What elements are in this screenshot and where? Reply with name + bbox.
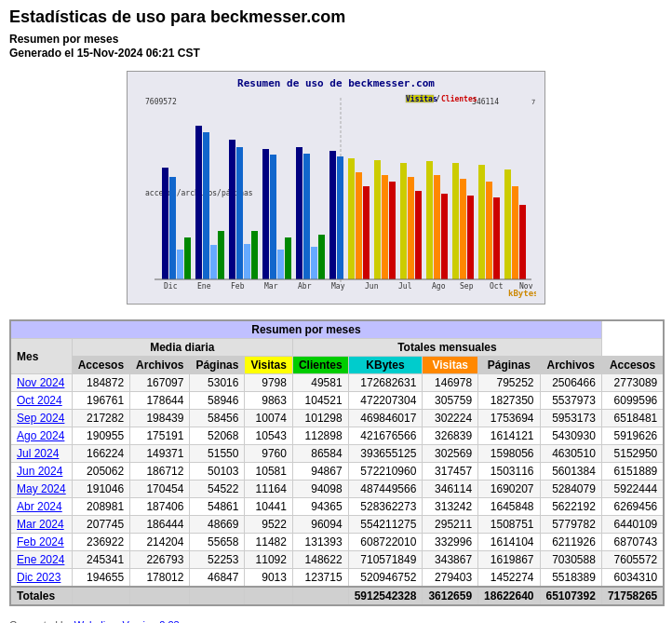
table-cell: 94867 <box>292 463 348 481</box>
table-row: Sep 202421728219843958456100741012984698… <box>10 410 664 427</box>
table-cell: 10441 <box>245 498 292 516</box>
table-cell: 5152950 <box>601 445 664 463</box>
col-archivos: Archivos <box>130 357 190 374</box>
table-cell: 94365 <box>292 498 348 516</box>
table-cell: 208981 <box>72 498 129 516</box>
svg-rect-12 <box>229 140 235 279</box>
table-cell: 170454 <box>130 481 190 498</box>
table-wrapper: Resumen por meses Mes Media diaria Total… <box>9 319 663 606</box>
svg-rect-44 <box>504 169 511 279</box>
table-cell: 49581 <box>292 374 348 392</box>
table-cell: 1645848 <box>478 498 540 516</box>
col-visitas2: Visitas <box>423 357 478 374</box>
table-cell: 94098 <box>292 481 348 498</box>
table-cell: 10074 <box>245 410 292 427</box>
svg-rect-40 <box>467 196 474 279</box>
table-cell: 393655125 <box>348 445 423 463</box>
svg-rect-6 <box>177 250 183 279</box>
month-link[interactable]: Jul 2024 <box>17 447 59 460</box>
month-link[interactable]: Oct 2024 <box>17 394 62 407</box>
svg-rect-4 <box>162 168 168 279</box>
table-cell: 305759 <box>423 392 478 410</box>
svg-rect-42 <box>486 182 492 279</box>
svg-rect-18 <box>277 250 284 279</box>
table-cell: 5779782 <box>540 516 601 534</box>
table-cell: 207745 <box>72 516 129 534</box>
svg-rect-8 <box>195 126 202 279</box>
table-cell: 5919626 <box>601 427 664 445</box>
table-cell: 236922 <box>72 534 129 551</box>
table-cell: 96094 <box>292 516 348 534</box>
table-cell: 187406 <box>130 498 190 516</box>
svg-rect-30 <box>382 175 388 279</box>
month-link[interactable]: Nov 2024 <box>17 376 64 389</box>
svg-rect-33 <box>408 177 414 279</box>
month-link[interactable]: Mar 2024 <box>17 518 64 531</box>
svg-rect-27 <box>356 172 362 279</box>
table-cell: 469846017 <box>348 410 423 427</box>
svg-rect-26 <box>348 158 355 279</box>
table-cell: 295211 <box>423 516 478 534</box>
table-cell: 332996 <box>423 534 478 551</box>
table-cell: 186444 <box>130 516 190 534</box>
table-cell: 554211275 <box>348 516 423 534</box>
svg-rect-32 <box>400 163 407 279</box>
table-cell: 198439 <box>130 410 190 427</box>
table-cell: 149371 <box>130 445 190 463</box>
svg-rect-38 <box>452 163 459 279</box>
table-cell: 795252 <box>478 374 540 392</box>
month-link[interactable]: Jun 2024 <box>17 465 62 478</box>
svg-rect-10 <box>210 245 217 279</box>
month-link[interactable]: Sep 2024 <box>17 412 64 425</box>
col-group-daily: Media diaria <box>72 339 292 357</box>
footer-link[interactable]: Webalizer Version 2.23 <box>74 619 180 623</box>
table-row: May 202419104617045454522111649409848744… <box>10 481 664 498</box>
svg-rect-14 <box>244 244 250 279</box>
month-link[interactable]: Dic 2023 <box>17 571 60 584</box>
svg-text:Visitas: Visitas <box>406 94 437 103</box>
month-link[interactable]: Feb 2024 <box>17 535 64 549</box>
table-cell: 205062 <box>72 463 129 481</box>
svg-text:Feb: Feb <box>231 282 245 291</box>
svg-text:Ago: Ago <box>432 282 446 291</box>
col-clientes: Clientes <box>292 357 348 374</box>
table-cell: 6034310 <box>601 569 664 588</box>
table-cell: 5537973 <box>540 392 601 410</box>
svg-rect-22 <box>311 247 317 279</box>
table-cell: 7030588 <box>540 551 601 569</box>
month-link[interactable]: Abr 2024 <box>17 500 62 513</box>
table-cell: 6269456 <box>601 498 664 516</box>
table-cell: 58946 <box>190 392 245 410</box>
table-cell: 54861 <box>190 498 245 516</box>
svg-rect-13 <box>236 147 243 279</box>
svg-rect-43 <box>493 197 500 279</box>
table-row: Jun 202420506218671250103105819486757221… <box>10 463 664 481</box>
table-cell: 9013 <box>245 569 292 588</box>
col-paginas2: Páginas <box>478 357 540 374</box>
footer: Generated by Webalizer Version 2.23 <box>9 619 663 623</box>
svg-rect-35 <box>426 161 433 279</box>
totals-archivos: 65107392 <box>540 587 601 605</box>
chart-box: Resumen de uso de beckmesser.com 7609572… <box>127 71 545 305</box>
table-row: Oct 202419676117864458946986310452147220… <box>10 392 664 410</box>
table-cell: 46847 <box>190 569 245 588</box>
table-cell: 48669 <box>190 516 245 534</box>
svg-rect-28 <box>363 186 370 279</box>
month-link[interactable]: May 2024 <box>17 482 66 495</box>
table-cell: 6518481 <box>601 410 664 427</box>
table-cell: 5622192 <box>540 498 601 516</box>
svg-rect-21 <box>303 154 310 279</box>
table-cell: 313242 <box>423 498 478 516</box>
svg-text:Jul: Jul <box>398 282 412 291</box>
usage-chart: 7609572 accesos/archivos/páginas <box>136 93 536 298</box>
svg-text:kBytes: kBytes <box>508 289 536 298</box>
month-link[interactable]: Ene 2024 <box>17 553 64 566</box>
table-cell: 343867 <box>423 551 478 569</box>
table-cell: 11482 <box>245 534 292 551</box>
svg-text:May: May <box>331 282 345 291</box>
table-cell: 9798 <box>245 374 292 392</box>
table-cell: 302224 <box>423 410 478 427</box>
table-cell: 6099596 <box>601 392 664 410</box>
month-link[interactable]: Ago 2024 <box>17 429 64 442</box>
table-cell: 217282 <box>72 410 129 427</box>
